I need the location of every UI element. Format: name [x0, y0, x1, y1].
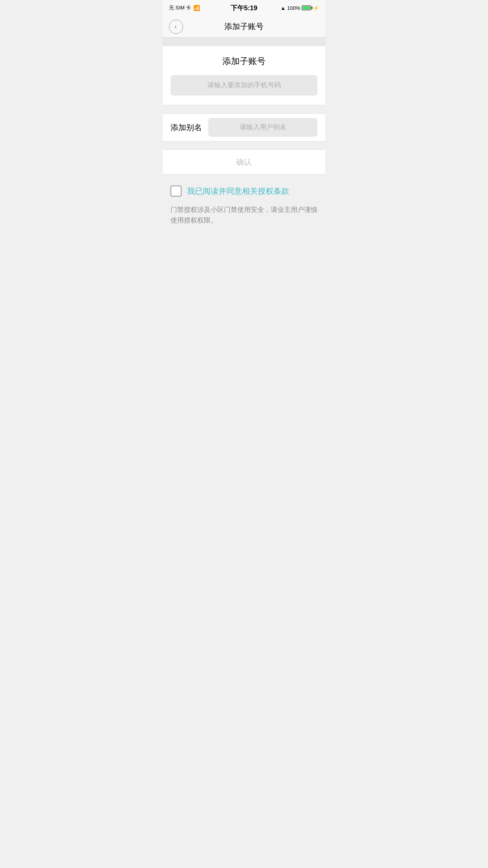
- battery-percent: 100%: [287, 5, 300, 11]
- nav-title: 添加子账号: [224, 21, 264, 32]
- status-right: ▲ 100% ⚡: [281, 5, 319, 11]
- back-chevron-icon: ‹: [174, 23, 176, 30]
- wifi-icon: 📶: [193, 5, 200, 11]
- alias-label: 添加别名: [171, 122, 202, 133]
- phone-card: 添加子账号: [163, 46, 325, 105]
- alias-input[interactable]: [208, 118, 317, 137]
- agreement-section: 我已阅读并同意相关授权条款 门禁授权涉及小区门禁使用安全，请业主用户谨慎使用授权…: [163, 175, 325, 234]
- agreement-row: 我已阅读并同意相关授权条款: [171, 186, 317, 197]
- confirm-area: 确认: [163, 149, 325, 175]
- agreement-link[interactable]: 我已阅读并同意相关授权条款: [187, 186, 289, 197]
- location-icon: ▲: [281, 5, 286, 11]
- alias-section: 添加别名: [163, 113, 325, 142]
- top-separator: [163, 38, 325, 46]
- confirm-button[interactable]: 确认: [220, 154, 268, 171]
- card-title: 添加子账号: [171, 55, 317, 67]
- phone-input[interactable]: [171, 75, 317, 96]
- charging-icon: ⚡: [313, 5, 319, 11]
- status-time: 下午5:19: [231, 4, 257, 13]
- agreement-note: 门禁授权涉及小区门禁使用安全，请业主用户谨慎使用授权权限。: [171, 204, 317, 226]
- nav-bar: ‹ 添加子账号: [163, 16, 325, 38]
- status-bar: 无 SIM 卡 📶 下午5:19 ▲ 100% ⚡: [163, 0, 325, 16]
- phone-card-inner: 添加子账号: [163, 46, 325, 105]
- back-button[interactable]: ‹: [169, 20, 183, 34]
- battery-icon: [302, 6, 311, 10]
- status-carrier: 无 SIM 卡 📶: [169, 4, 200, 11]
- agreement-checkbox[interactable]: [171, 186, 182, 197]
- carrier-text: 无 SIM 卡: [169, 4, 191, 11]
